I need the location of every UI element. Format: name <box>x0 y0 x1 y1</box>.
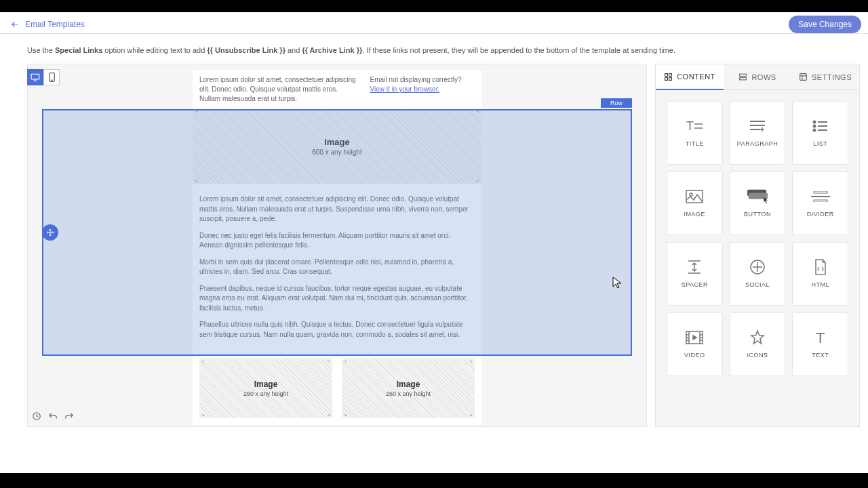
social-icon <box>747 260 768 274</box>
svg-text:T: T <box>816 330 825 345</box>
placeholder-sub: 260 x any height <box>243 390 288 397</box>
paragraph: Phasellus ultrices nulla quis nibh. Quis… <box>199 320 475 340</box>
svg-rect-13 <box>694 127 703 129</box>
resize-corner-icon: ⌞ <box>344 410 347 417</box>
svg-point-15 <box>813 125 815 127</box>
window-chrome-top <box>0 0 868 12</box>
widget-image[interactable]: IMAGE <box>667 171 723 235</box>
divider-icon <box>810 189 831 204</box>
placeholder-sub: 600 x any height <box>312 148 361 156</box>
view-in-browser-link[interactable]: View it in your browser. <box>370 85 440 93</box>
svg-rect-9 <box>740 78 747 80</box>
image-placeholder-small[interactable]: ⌜ ⌝ ⌞ ⌟ Image 260 x any height <box>342 359 475 418</box>
placeholder-title: Image <box>324 137 350 147</box>
svg-point-16 <box>813 129 815 131</box>
svg-point-2 <box>51 80 52 81</box>
mobile-view-button[interactable] <box>43 69 60 85</box>
move-handle[interactable] <box>42 224 58 241</box>
arrow-left-icon <box>10 20 20 29</box>
svg-rect-4 <box>665 73 668 76</box>
preheader-right: Email not displaying correctly? View it … <box>370 75 475 104</box>
widget-icons[interactable]: ICONS <box>730 312 786 376</box>
back-label: Email Templates <box>25 20 85 29</box>
svg-point-18 <box>690 193 692 196</box>
redo-icon <box>64 412 74 420</box>
widget-paragraph[interactable]: PARAGRAPH <box>730 101 786 165</box>
paragraph: Lorem ipsum dolor sit amet, consectetuer… <box>199 195 475 224</box>
undo-button[interactable] <box>47 410 59 422</box>
resize-corner-icon: ⌟ <box>476 176 479 182</box>
desktop-icon <box>31 73 40 81</box>
resize-corner-icon: ⌟ <box>469 410 472 417</box>
svg-rect-17 <box>686 190 703 203</box>
icons-icon <box>747 330 768 345</box>
rows-tab-icon <box>738 73 747 81</box>
widget-social[interactable]: SOCIAL <box>730 242 786 306</box>
paragraph: Morbi in sem quis dui placerat ornare. P… <box>199 258 475 277</box>
svg-rect-8 <box>740 74 747 76</box>
two-column-row[interactable]: ⌜ ⌝ ⌞ ⌟ Image 260 x any height ⌜ ⌝ ⌞ ⌟ I… <box>193 356 481 425</box>
panel-tabs: CONTENT ROWS SETTINGS <box>656 64 859 90</box>
image-icon <box>684 189 705 204</box>
preheader-left: Lorem ipsum dolor sit amet, consectetuer… <box>199 75 357 104</box>
html-icon <box>810 260 831 274</box>
widget-text[interactable]: T TEXT <box>792 312 848 376</box>
side-panel: CONTENT ROWS SETTINGS T TITLE PARAGRAPH <box>655 64 860 427</box>
list-icon <box>810 119 831 134</box>
widget-spacer[interactable]: SPACER <box>667 242 723 306</box>
svg-text:T: T <box>686 119 694 133</box>
image-placeholder-small[interactable]: ⌜ ⌝ ⌞ ⌟ Image 260 x any height <box>199 359 332 418</box>
resize-corner-icon: ⌝ <box>327 360 330 367</box>
text-icon: T <box>810 330 831 345</box>
history-button[interactable] <box>31 410 43 422</box>
body-text-block[interactable]: Lorem ipsum dolor sit amet, consectetuer… <box>193 189 481 356</box>
settings-tab-icon <box>799 73 808 81</box>
redo-button[interactable] <box>63 410 75 422</box>
button-icon <box>747 189 768 204</box>
cursor-icon <box>612 277 622 289</box>
svg-rect-5 <box>669 73 672 76</box>
svg-point-14 <box>813 121 815 123</box>
svg-rect-21 <box>814 191 827 193</box>
svg-rect-7 <box>669 77 672 80</box>
widget-divider[interactable]: DIVIDER <box>792 171 848 235</box>
move-icon <box>46 228 54 237</box>
content-tab-icon <box>664 73 673 81</box>
title-icon: T <box>684 119 705 134</box>
selected-row[interactable]: Row ⌜ ⌝ ⌞ ⌟ Image 600 x any height <box>193 109 481 356</box>
svg-rect-12 <box>694 123 703 125</box>
placeholder-title: Image <box>254 380 278 389</box>
paragraph-icon <box>747 119 768 134</box>
window-chrome-bottom <box>0 473 868 474</box>
tab-content[interactable]: CONTENT <box>656 64 724 90</box>
svg-rect-22 <box>814 200 827 202</box>
widget-list[interactable]: LIST <box>792 101 848 165</box>
resize-corner-icon: ⌝ <box>469 360 472 367</box>
video-icon <box>684 330 705 345</box>
desktop-view-button[interactable] <box>27 69 43 85</box>
widget-html[interactable]: HTML <box>792 242 848 306</box>
widget-grid: T TITLE PARAGRAPH LIST IMAGE BUTTON D <box>656 90 859 387</box>
email-canvas[interactable]: Lorem ipsum dolor sit amet, consectetuer… <box>27 64 647 427</box>
save-changes-button[interactable]: Save Changes <box>789 16 861 33</box>
svg-rect-6 <box>665 77 668 80</box>
device-toggle <box>27 69 60 85</box>
history-bar <box>31 410 75 422</box>
svg-rect-10 <box>800 74 807 81</box>
resize-corner-icon: ⌜ <box>202 360 205 367</box>
resize-corner-icon: ⌞ <box>202 410 205 417</box>
tab-settings[interactable]: SETTINGS <box>791 64 859 90</box>
widget-video[interactable]: VIDEO <box>667 312 723 376</box>
resize-corner-icon: ⌟ <box>327 410 330 417</box>
history-icon <box>32 411 41 421</box>
paragraph: Praesent dapibus, neque id cursus faucib… <box>199 284 475 314</box>
hint-text: Use the Special Links option while editi… <box>0 34 868 64</box>
image-placeholder-large[interactable]: ⌜ ⌝ ⌞ ⌟ Image 600 x any height <box>193 109 481 184</box>
widget-button[interactable]: BUTTON <box>730 171 786 235</box>
tab-rows[interactable]: ROWS <box>724 64 791 90</box>
preheader-row[interactable]: Lorem ipsum dolor sit amet, consectetuer… <box>193 70 481 109</box>
back-link[interactable]: Email Templates <box>10 20 85 29</box>
widget-title[interactable]: T TITLE <box>667 101 723 165</box>
spacer-icon <box>684 260 705 274</box>
row-badge[interactable]: Row <box>601 98 632 108</box>
